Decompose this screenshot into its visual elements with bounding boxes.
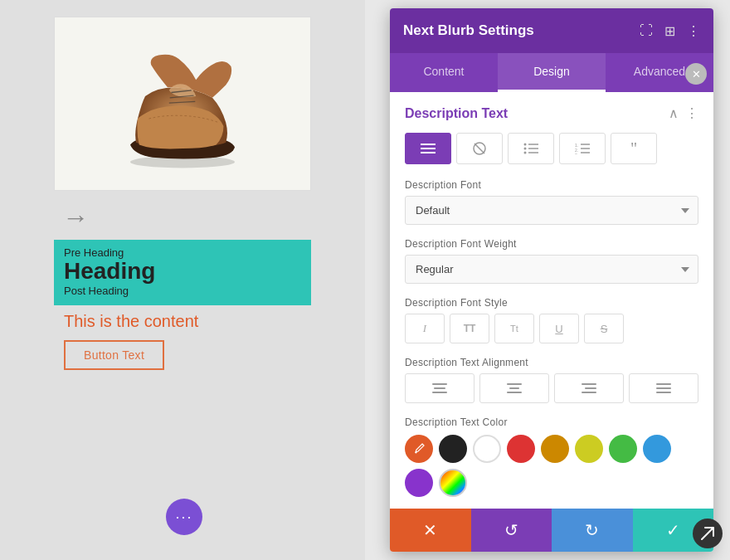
main-heading: Heading	[64, 259, 301, 285]
align-center-btn[interactable]	[479, 373, 549, 403]
section-title: Description Text	[405, 106, 508, 121]
weight-label: Description Font Weight	[405, 238, 698, 250]
svg-text:3.: 3.	[575, 153, 578, 154]
arrow-nav-button[interactable]	[693, 519, 723, 548]
align-justify-btn[interactable]	[629, 373, 698, 403]
color-swatches	[405, 435, 698, 497]
small-caps-btn[interactable]: Tt	[494, 314, 534, 343]
black-swatch[interactable]	[439, 435, 467, 463]
collapse-section-icon[interactable]: ∧	[669, 105, 679, 121]
redo-button[interactable]: ↻	[552, 509, 633, 552]
shoe-image	[54, 17, 311, 191]
more-icon[interactable]: ⋮	[687, 23, 700, 39]
format-btn-list-ul[interactable]	[508, 133, 554, 164]
weight-select[interactable]: Regular Bold Light Medium	[405, 255, 698, 284]
yellow-swatch[interactable]	[575, 435, 603, 463]
eyedropper-swatch[interactable]	[405, 435, 433, 463]
settings-panel: Next Blurb Settings ⛶ ⊞ ⋮ Content Design…	[390, 8, 713, 552]
pre-heading: Pre Heading	[64, 246, 301, 259]
columns-icon[interactable]: ⊞	[664, 23, 675, 39]
close-button[interactable]: ✕	[685, 63, 707, 85]
underline-btn[interactable]: U	[539, 314, 579, 343]
font-label: Description Font	[405, 179, 698, 191]
blurb-button-wrap: Button Text	[54, 332, 311, 370]
font-select[interactable]: Default Arial Georgia Times New Roman	[405, 196, 698, 225]
expand-icon[interactable]: ⛶	[640, 23, 653, 38]
svg-line-8	[474, 144, 484, 153]
red-swatch[interactable]	[507, 435, 535, 463]
purple-swatch[interactable]	[405, 469, 433, 497]
format-btn-clear[interactable]	[456, 133, 503, 164]
white-swatch[interactable]	[473, 435, 501, 463]
alignment-label: Description Text Alignment	[405, 357, 698, 368]
style-label: Description Font Style	[405, 297, 698, 309]
panel-header: Next Blurb Settings ⛶ ⊞ ⋮	[390, 8, 713, 53]
strikethrough-btn[interactable]: S	[584, 314, 624, 343]
more-options-button[interactable]: ···	[166, 499, 202, 535]
cancel-button[interactable]: ✕	[390, 509, 471, 552]
blurb-content: This is the content	[54, 305, 311, 332]
action-bar: ✕ ↺ ↻ ✓	[390, 509, 713, 552]
green-swatch[interactable]	[609, 435, 637, 463]
format-btn-list-ol[interactable]: 1.2.3.	[559, 133, 606, 164]
format-buttons: 1.2.3. "	[405, 133, 698, 164]
panel-header-icons: ⛶ ⊞ ⋮	[640, 23, 700, 39]
blurb-block: Pre Heading Heading Post Heading This is…	[54, 240, 311, 370]
arrow-row: →	[54, 191, 311, 240]
section-menu-icon[interactable]: ⋮	[685, 105, 698, 121]
blurb-heading-area: Pre Heading Heading Post Heading	[54, 240, 311, 305]
gold-swatch[interactable]	[541, 435, 569, 463]
blurb-button[interactable]: Button Text	[64, 340, 164, 370]
custom-swatch[interactable]	[439, 469, 467, 497]
post-heading: Post Heading	[64, 285, 301, 297]
format-btn-quote[interactable]: "	[611, 133, 657, 164]
tab-design[interactable]: Design	[498, 53, 606, 92]
panel-tabs: Content Design Advanced	[390, 53, 713, 92]
align-right-btn[interactable]	[554, 373, 624, 403]
tt-btn[interactable]: TT	[450, 314, 489, 343]
align-buttons	[405, 373, 698, 403]
section-header: Description Text ∧ ⋮	[405, 105, 698, 121]
panel-body[interactable]: Description Text ∧ ⋮ 1.2.3. " Descriptio…	[390, 92, 713, 509]
blue-swatch[interactable]	[643, 435, 671, 463]
svg-point-21	[416, 452, 417, 454]
style-buttons: I TT Tt U S	[405, 314, 698, 343]
align-left-btn[interactable]	[405, 373, 474, 403]
right-arrow-icon: →	[62, 202, 89, 233]
svg-point-9	[524, 144, 527, 146]
panel-title: Next Blurb Settings	[403, 22, 534, 39]
svg-point-13	[524, 152, 527, 154]
italic-btn[interactable]: I	[405, 314, 445, 343]
canvas-area: → Pre Heading Heading Post Heading This …	[0, 0, 365, 560]
svg-point-11	[524, 148, 527, 150]
tab-content[interactable]: Content	[390, 53, 498, 92]
format-btn-align[interactable]	[405, 133, 451, 164]
color-label: Description Text Color	[405, 416, 698, 428]
section-controls: ∧ ⋮	[669, 105, 698, 121]
undo-button[interactable]: ↺	[471, 509, 552, 552]
